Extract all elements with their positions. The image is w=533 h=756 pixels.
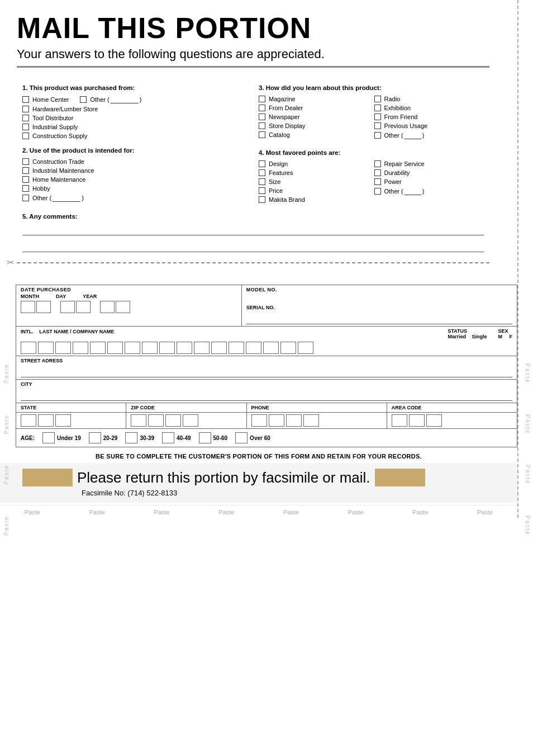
q1-construction-checkbox[interactable] — [22, 133, 29, 139]
q1-industrial-checkbox[interactable] — [22, 124, 29, 130]
city-input[interactable] — [21, 389, 512, 401]
year-box-1[interactable] — [100, 301, 115, 313]
q1-other-input[interactable] — [111, 96, 139, 103]
name-box-5[interactable] — [107, 342, 123, 354]
q4-repair-row: Repair Service — [374, 160, 484, 167]
comment-line-2[interactable] — [22, 240, 484, 252]
age-box-20-29[interactable] — [89, 432, 101, 443]
intl-label: INTL. — [21, 329, 34, 334]
q2-other-checkbox[interactable] — [22, 195, 29, 201]
tan-block-right — [375, 469, 425, 486]
q2-industrial-checkbox[interactable] — [22, 167, 29, 174]
name-box-2[interactable] — [55, 342, 71, 354]
age-box-30-39[interactable] — [125, 432, 137, 443]
age-label: AGE: — [21, 435, 35, 441]
q4-makita-checkbox[interactable] — [259, 196, 265, 203]
age-box-40-49[interactable] — [162, 432, 174, 443]
age-50-60-label: 50-60 — [213, 435, 228, 441]
age-box-over60[interactable] — [235, 432, 248, 443]
area-code-label: AREA CODE — [392, 405, 512, 410]
age-box-50-60[interactable] — [199, 432, 211, 443]
phone-box-4[interactable] — [303, 414, 319, 427]
state-box-2[interactable] — [38, 414, 54, 427]
q4-design-label: Design — [269, 160, 288, 167]
q1-construction-label: Construction Supply — [32, 133, 87, 139]
name-box-8[interactable] — [159, 342, 175, 354]
page-title: MAIL THIS PORTION — [17, 11, 489, 45]
q3-radio-checkbox[interactable] — [374, 96, 381, 102]
zip-box-1[interactable] — [131, 414, 146, 427]
name-box-10[interactable] — [194, 342, 210, 354]
q1-tool-checkbox[interactable] — [22, 115, 29, 121]
q4-features-row: Features — [259, 169, 369, 176]
q3-exhibition-checkbox[interactable] — [374, 105, 381, 111]
q3-magazine-checkbox[interactable] — [259, 96, 265, 102]
zip-box-3[interactable] — [165, 414, 181, 427]
q3-friend-checkbox[interactable] — [374, 114, 381, 120]
name-box-4[interactable] — [90, 342, 106, 354]
q3-store-checkbox[interactable] — [259, 122, 265, 129]
q4-other-checkbox[interactable] — [374, 188, 381, 195]
name-box-12[interactable] — [229, 342, 244, 354]
name-box-1[interactable] — [38, 342, 54, 354]
month-box-1[interactable] — [21, 301, 35, 313]
phone-box-1[interactable] — [251, 414, 267, 427]
area-box-2[interactable] — [409, 414, 425, 427]
q3-dealer-checkbox[interactable] — [259, 105, 265, 111]
return-line: Please return this portion by facsimile … — [77, 469, 370, 486]
day-box-1[interactable] — [60, 301, 75, 313]
street-input[interactable] — [21, 365, 512, 377]
sex-box-m[interactable] — [280, 342, 296, 354]
name-box-3[interactable] — [73, 342, 88, 354]
name-box-9[interactable] — [177, 342, 192, 354]
q4-design-checkbox[interactable] — [259, 160, 265, 167]
zip-box-4[interactable] — [183, 414, 198, 427]
q3-newspaper-checkbox[interactable] — [259, 114, 265, 120]
serial-input[interactable] — [246, 312, 512, 324]
q2-other-input[interactable] — [53, 194, 80, 202]
q1-other-checkbox[interactable] — [80, 96, 87, 103]
q2-construction-checkbox[interactable] — [22, 158, 29, 165]
name-box-6[interactable] — [125, 342, 140, 354]
q4-features-checkbox[interactable] — [259, 169, 265, 176]
records-notice: BE SURE TO COMPLETE THE CUSTOMER'S PORTI… — [0, 447, 517, 463]
state-box-1[interactable] — [21, 414, 36, 427]
q2-hobby-checkbox[interactable] — [22, 185, 29, 192]
q2-home-checkbox[interactable] — [22, 176, 29, 183]
q4-durability-checkbox[interactable] — [374, 169, 381, 176]
q4-power-row: Power — [374, 178, 484, 185]
year-box-2[interactable] — [116, 301, 130, 313]
model-no-label: MODEL NO. — [246, 287, 512, 292]
comment-line-1[interactable] — [22, 223, 484, 235]
age-box-under19[interactable] — [42, 432, 55, 443]
q3-other-checkbox[interactable] — [374, 132, 381, 139]
q4-power-checkbox[interactable] — [374, 178, 381, 185]
q1-hardware-checkbox[interactable] — [22, 106, 29, 112]
zip-box-2[interactable] — [148, 414, 164, 427]
q4-other-input[interactable] — [404, 187, 421, 195]
q4-size-checkbox[interactable] — [259, 178, 265, 185]
day-box-2[interactable] — [76, 301, 91, 313]
city-label: CITY — [21, 381, 512, 387]
month-box-2[interactable] — [36, 301, 51, 313]
q1-home-center-checkbox[interactable] — [22, 96, 29, 103]
q1-title: 1. This product was purchased from: — [22, 84, 248, 91]
phone-box-2[interactable] — [269, 414, 284, 427]
q5-title: 5. Any comments: — [22, 213, 484, 220]
q3-other-input[interactable] — [404, 131, 421, 139]
area-box-1[interactable] — [392, 414, 407, 427]
state-box-3[interactable] — [55, 414, 71, 427]
q3-catalog-checkbox[interactable] — [259, 131, 265, 138]
status-box-married[interactable] — [246, 342, 261, 354]
area-box-3[interactable] — [426, 414, 442, 427]
name-box-11[interactable] — [211, 342, 227, 354]
q3-previous-checkbox[interactable] — [374, 122, 381, 129]
name-box-7[interactable] — [142, 342, 158, 354]
q4-price-checkbox[interactable] — [259, 187, 265, 194]
status-box-single[interactable] — [263, 342, 279, 354]
paste-bottom-6: Paste — [348, 509, 364, 516]
intl-box[interactable] — [21, 342, 36, 354]
sex-box-f[interactable] — [298, 342, 313, 354]
q4-repair-checkbox[interactable] — [374, 160, 381, 167]
phone-box-3[interactable] — [286, 414, 302, 427]
